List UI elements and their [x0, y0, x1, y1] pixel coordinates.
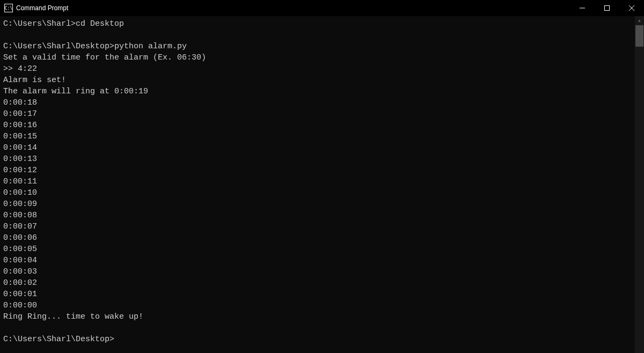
window-title: Command Prompt	[16, 4, 570, 12]
terminal-line: C:\Users\Sharl>cd Desktop	[3, 18, 641, 30]
terminal-line: 0:00:14	[3, 142, 641, 153]
terminal-line: 0:00:05	[3, 244, 641, 255]
terminal-line: Alarm is set!	[3, 75, 641, 86]
terminal-line: 0:00:00	[3, 300, 641, 311]
close-button[interactable]	[619, 0, 644, 16]
titlebar: C:\ Command Prompt	[0, 0, 644, 16]
scroll-thumb[interactable]	[635, 25, 643, 47]
terminal-line: The alarm will ring at 0:00:19	[3, 86, 641, 97]
terminal-output[interactable]: C:\Users\Sharl>cd Desktop C:\Users\Sharl…	[0, 16, 644, 353]
terminal-line: 0:00:13	[3, 153, 641, 165]
terminal-line: 0:00:16	[3, 120, 641, 131]
terminal-line: 0:00:18	[3, 97, 641, 108]
terminal-line	[3, 322, 641, 334]
terminal-line: 0:00:03	[3, 266, 641, 277]
terminal-line: 0:00:10	[3, 187, 641, 198]
command-text: python alarm.py	[114, 42, 187, 51]
terminal-line	[3, 30, 641, 41]
terminal-line: 0:00:07	[3, 221, 641, 232]
terminal-line: C:\Users\Sharl\Desktop>	[3, 334, 641, 345]
command-text: cd Desktop	[76, 19, 124, 28]
scroll-up-arrow-icon[interactable]: ▲	[635, 16, 644, 25]
minimize-button[interactable]	[570, 0, 595, 16]
terminal-line: 0:00:11	[3, 176, 641, 187]
terminal-line: 0:00:08	[3, 210, 641, 221]
scrollbar[interactable]: ▲	[635, 16, 644, 353]
terminal-line: 0:00:06	[3, 232, 641, 244]
window-controls	[570, 0, 644, 16]
terminal-line: 0:00:02	[3, 277, 641, 289]
svg-rect-1	[605, 6, 610, 11]
terminal-line: 0:00:15	[3, 131, 641, 142]
prompt: C:\Users\Sharl>	[3, 19, 76, 28]
terminal-line: 0:00:17	[3, 108, 641, 120]
cmd-icon: C:\	[4, 4, 13, 12]
prompt: C:\Users\Sharl\Desktop>	[3, 42, 114, 51]
terminal-line: C:\Users\Sharl\Desktop>python alarm.py	[3, 41, 641, 52]
terminal-line: >> 4:22	[3, 63, 641, 75]
prompt: C:\Users\Sharl\Desktop>	[3, 335, 114, 344]
terminal-line: Ring Ring... time to wake up!	[3, 311, 641, 322]
terminal-line: 0:00:09	[3, 198, 641, 210]
maximize-button[interactable]	[595, 0, 619, 16]
terminal-line: Set a valid time for the alarm (Ex. 06:3…	[3, 52, 641, 63]
terminal-line: 0:00:12	[3, 165, 641, 176]
terminal-line: 0:00:04	[3, 255, 641, 266]
terminal-line: 0:00:01	[3, 289, 641, 300]
